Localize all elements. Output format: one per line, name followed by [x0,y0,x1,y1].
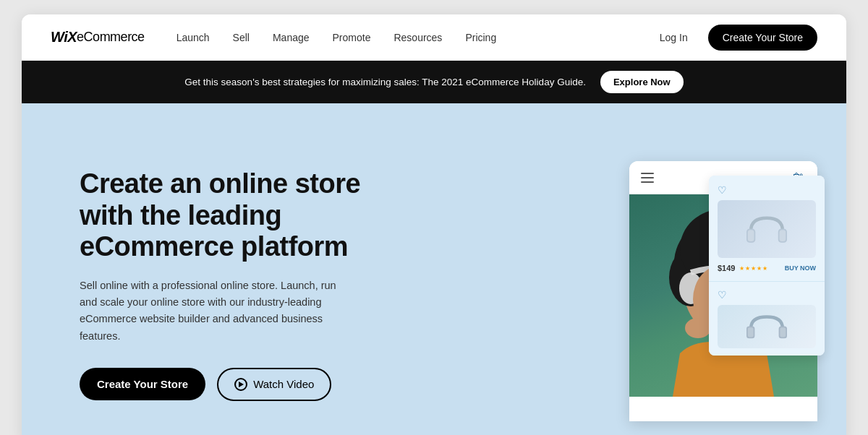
promo-banner: Get this season's best strategies for ma… [22,61,846,103]
logo-ecommerce-text: eCommerce [77,30,145,45]
product-panel: ♡ $149 ★ ★ [709,176,825,356]
hamburger-line-1 [641,173,654,174]
star-1: ★ [739,265,744,272]
watch-video-button[interactable]: Watch Video [217,368,331,401]
nav-item-resources[interactable]: Resources [385,27,451,48]
play-icon [234,378,247,391]
nav-item-promote[interactable]: Promote [324,27,380,48]
logo: WiX eCommerce [51,29,145,46]
star-2: ★ [745,265,750,272]
nav-item-launch[interactable]: Launch [168,27,218,48]
nav-item-pricing[interactable]: Pricing [456,27,505,48]
hero-buttons: Create Your Store Watch Video [80,368,383,401]
product-stars: ★ ★ ★ ★ ★ [739,265,767,272]
product-price: $149 [718,264,735,272]
header: WiX eCommerce Launch Sell Manage Promote… [22,14,846,61]
product-image-1 [718,200,816,258]
page-wrapper: WiX eCommerce Launch Sell Manage Promote… [22,14,846,435]
headphone-svg-2 [741,305,792,348]
watch-video-label: Watch Video [253,378,314,390]
svg-rect-17 [748,327,754,337]
svg-rect-13 [748,230,754,241]
star-3: ★ [751,265,756,272]
main-nav: Launch Sell Manage Promote Resources Pri… [168,27,506,48]
headphone-svg-1 [741,207,792,251]
hamburger-icon[interactable] [641,173,654,183]
product-footer-1: $149 ★ ★ ★ ★ ★ BUY NOW [718,264,816,272]
explore-now-button[interactable]: Explore Now [600,71,684,93]
product-item-1: ♡ $149 ★ ★ [709,176,825,281]
logo-wix-text: WiX [51,29,77,46]
header-right: Log In Create Your Store [651,25,817,51]
product-image-2 [718,305,816,348]
create-store-header-button[interactable]: Create Your Store [708,25,817,51]
nav-item-manage[interactable]: Manage [264,27,318,48]
create-store-hero-button[interactable]: Create Your Store [80,368,205,400]
nav-item-sell[interactable]: Sell [224,27,258,48]
wishlist-icon-1[interactable]: ♡ [718,184,816,196]
hamburger-line-2 [641,177,654,178]
hero-visual: 🛍 [629,147,817,421]
login-button[interactable]: Log In [651,27,697,48]
hero-title: Create an online store with the leading … [80,168,383,263]
star-4: ★ [757,265,762,272]
hero-section: Create an online store with the leading … [22,103,846,435]
svg-rect-15 [780,230,786,241]
header-left: WiX eCommerce Launch Sell Manage Promote… [51,27,505,48]
play-triangle [239,382,244,387]
svg-point-10 [685,318,711,338]
banner-text: Get this season's best strategies for ma… [184,77,586,87]
svg-rect-19 [780,327,786,337]
star-5: ★ [762,265,767,272]
hero-description: Sell online with a professional online s… [80,277,340,345]
wishlist-icon-2[interactable]: ♡ [718,289,816,301]
hamburger-line-3 [641,181,654,183]
hero-content: Create an online store with the leading … [80,147,383,435]
product-item-2: ♡ [709,281,825,356]
buy-now-button[interactable]: BUY NOW [785,264,816,272]
